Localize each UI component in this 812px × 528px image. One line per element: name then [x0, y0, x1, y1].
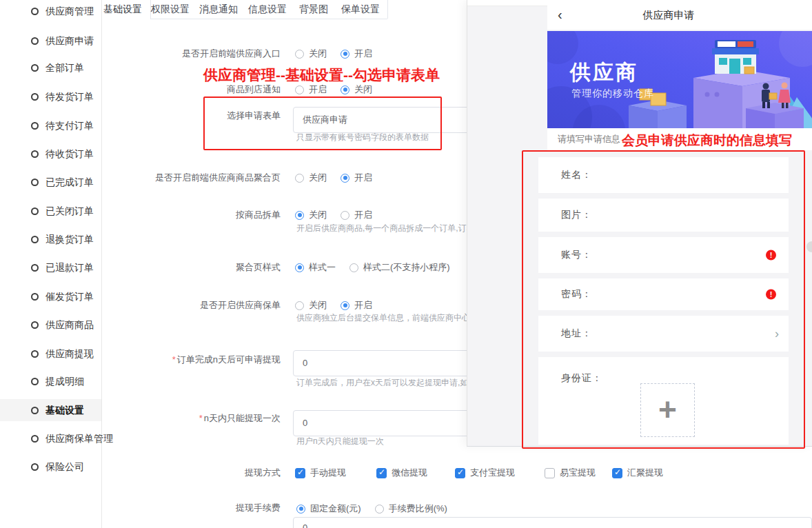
tab-permission-settings[interactable]: 权限设置: [151, 0, 190, 19]
radio-off[interactable]: 关闭: [295, 172, 327, 184]
checkbox-huiju-withdraw[interactable]: 汇聚提现: [612, 467, 663, 478]
radio-off[interactable]: 关闭: [295, 209, 327, 221]
radio-icon: [341, 211, 349, 220]
sidebar-item-policy-mgmt[interactable]: 供应商保单管理: [0, 431, 101, 445]
circle-icon: [31, 122, 39, 130]
phone-header: ‹ 供应商申请: [547, 0, 812, 30]
radio-on[interactable]: 开启: [341, 299, 372, 312]
checkbox-label: 微信提现: [392, 467, 427, 479]
radio-group-aggregate-style: 样式一 样式二(不支持小程序): [295, 262, 464, 273]
checkbox-yeepay-withdraw[interactable]: 易宝提现: [545, 467, 596, 478]
circle-icon: [31, 435, 39, 443]
sidebar-item-supplier-withdraw[interactable]: 供应商提现: [0, 347, 101, 361]
sidebar-item-label: 保险公司: [45, 461, 84, 472]
field-label-frontend-entry: 是否开启前端供应商入口: [101, 48, 281, 60]
radio-style1[interactable]: 样式一: [295, 261, 336, 274]
checkbox-wechat-withdraw[interactable]: 微信提现: [376, 467, 427, 478]
annotation-phone-note: 会员申请供应商时的信息填写: [622, 132, 792, 150]
checkbox-label: 易宝提现: [560, 467, 596, 479]
checkbox-label: 手动提现: [310, 467, 346, 479]
field-label-supplier-policy: 是否开启供应商保单: [101, 299, 281, 312]
circle-icon: [31, 293, 39, 301]
radio-on[interactable]: 开启: [341, 48, 372, 60]
field-label-split-order: 按商品拆单: [101, 209, 281, 221]
field-label-arrival-notify: 商品到店通知: [101, 83, 281, 96]
radio-style2[interactable]: 样式二(不支持小程序): [349, 261, 450, 274]
annotation-form-note: 供应商管理--基础设置--勾选申请表单: [203, 65, 440, 85]
withdraw-fee-input[interactable]: 0: [293, 517, 812, 528]
sidebar-item-insurance-company[interactable]: 保险公司: [0, 460, 101, 474]
sidebar-item-completed-orders[interactable]: 已完成订单: [0, 175, 101, 189]
sidebar-item-return-orders[interactable]: 退换货订单: [0, 232, 101, 246]
circle-icon: [31, 37, 39, 45]
sidebar-item-to-pay-orders[interactable]: 待支付订单: [0, 119, 101, 132]
field-label-withdraw-days: *订单完成n天后可申请提现: [101, 354, 281, 366]
supplier-policy-hint: 供应商独立后台提交保单信息，前端供应商中心可: [296, 312, 478, 324]
sidebar-item-label: 基础设置: [45, 405, 84, 416]
radio-checked-icon: [341, 50, 349, 59]
radio-off[interactable]: 关闭: [295, 48, 327, 60]
tab-message-notify[interactable]: 消息通知: [199, 0, 238, 19]
tab-basic-settings[interactable]: 基础设置: [103, 0, 142, 19]
tab-separator: [387, 0, 388, 19]
circle-icon: [31, 179, 39, 186]
radio-label: 开启: [354, 172, 372, 184]
radio-checked-icon: [295, 211, 304, 220]
field-label-text: 订单完成n天后可申请提现: [177, 354, 281, 365]
field-label-withdraw-methods: 提现方式: [101, 467, 281, 479]
phone-page-title: 供应商申请: [547, 9, 790, 22]
radio-checked-icon: [295, 263, 304, 272]
tab-background-image[interactable]: 背景图: [299, 0, 328, 19]
circle-icon: [31, 8, 39, 15]
radio-group-supplier-policy: 关闭 开启: [295, 300, 386, 311]
circle-icon: [31, 378, 39, 385]
sidebar-item-label: 供应商提现: [45, 348, 94, 359]
radio-label: 开启: [354, 299, 372, 312]
radio-icon: [295, 85, 304, 94]
radio-checked-icon: [341, 174, 349, 183]
radio-on[interactable]: 开启: [341, 209, 372, 221]
sidebar-item-all-orders[interactable]: 全部订单: [0, 61, 101, 74]
radio-off[interactable]: 关闭: [341, 83, 372, 96]
circle-icon: [31, 93, 39, 101]
radio-on[interactable]: 开启: [341, 172, 372, 184]
scrollbar-thumb[interactable]: [806, 241, 812, 252]
radio-label: 关闭: [354, 83, 372, 96]
sidebar-item-closed-orders[interactable]: 已关闭订单: [0, 204, 101, 218]
sidebar-item-basic-settings[interactable]: 基础设置: [0, 399, 101, 421]
checkbox-alipay-withdraw[interactable]: 支付宝提现: [455, 467, 515, 478]
sidebar: 供应商管理 供应商申请 全部订单 待发货订单 待支付订单 待收货订单 已完成订单…: [0, 0, 102, 528]
sidebar-item-commission-detail[interactable]: 提成明细: [0, 374, 101, 388]
radio-group-frontend-entry: 关闭 开启: [295, 48, 386, 59]
sidebar-item-label: 待支付订单: [45, 120, 94, 131]
radio-icon: [349, 263, 358, 272]
sidebar-item-to-ship-orders[interactable]: 待发货订单: [0, 90, 101, 103]
radio-on[interactable]: 开启: [295, 83, 327, 96]
radio-fixed-amount[interactable]: 固定金额(元): [296, 502, 361, 515]
field-label-aggregate-style: 聚合页样式: [101, 261, 281, 274]
sidebar-item-supplier-apply[interactable]: 供应商申请: [0, 34, 101, 48]
sidebar-item-supplier-mgmt[interactable]: 供应商管理: [0, 4, 101, 18]
checkbox-label: 支付宝提现: [470, 467, 515, 479]
tab-policy-settings[interactable]: 保单设置: [341, 0, 380, 19]
radio-icon: [295, 301, 304, 310]
field-label-text: n天内只能提现一次: [204, 413, 281, 423]
sidebar-item-refunded-orders[interactable]: 已退款订单: [0, 261, 101, 274]
sidebar-item-label: 待收货订单: [45, 148, 94, 159]
phone-banner: 供应商 管理你的移动仓库: [547, 31, 812, 128]
sidebar-item-supplier-goods[interactable]: 供应商商品: [0, 318, 101, 332]
required-mark: *: [172, 354, 176, 365]
radio-label: 关闭: [309, 172, 327, 184]
radio-label: 关闭: [309, 299, 327, 312]
tab-info-settings[interactable]: 信息设置: [248, 0, 287, 19]
circle-icon: [31, 350, 39, 358]
sidebar-item-to-receive-orders[interactable]: 待收货订单: [0, 147, 101, 161]
checkbox-checked-icon: [376, 468, 387, 478]
sidebar-item-urge-ship-orders[interactable]: 催发货订单: [0, 290, 101, 303]
radio-off[interactable]: 关闭: [295, 299, 327, 312]
radio-fee-percent[interactable]: 手续费比例(%): [375, 502, 447, 515]
sidebar-item-label: 已完成订单: [45, 176, 94, 187]
circle-icon: [31, 150, 39, 158]
checkbox-manual-withdraw[interactable]: 手动提现: [295, 467, 346, 478]
radio-label: 开启: [309, 83, 327, 96]
